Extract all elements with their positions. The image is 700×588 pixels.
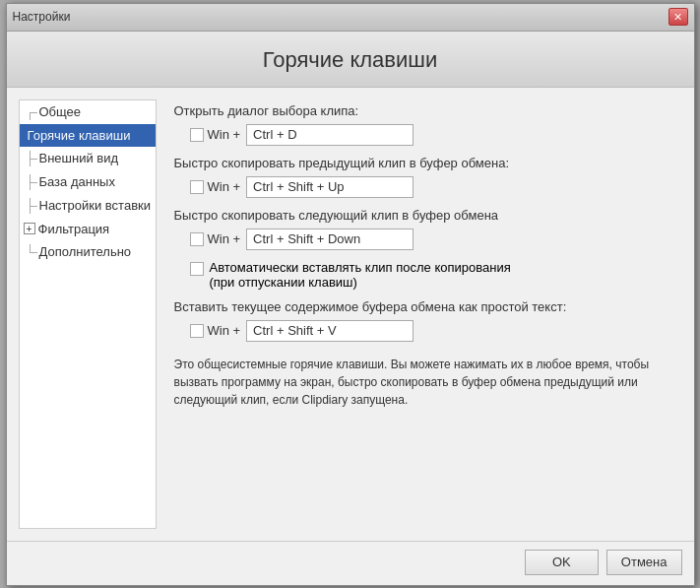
section2-win-group: Win + xyxy=(190,179,241,194)
section3-hotkey-row: Win + xyxy=(190,229,674,250)
sidebar: Общее Горячие клавиши Внешний вид База д… xyxy=(19,99,157,529)
section1-hotkey-row: Win + xyxy=(190,124,674,146)
sidebar-item-hotkeys[interactable]: Горячие клавиши xyxy=(20,124,156,147)
section2-hotkey-row: Win + xyxy=(190,176,674,198)
section3-win-label: Win + xyxy=(208,231,241,246)
section5-win-checkbox[interactable] xyxy=(190,324,204,338)
sidebar-item-filter[interactable]: + Фильтрация xyxy=(20,218,156,240)
auto-paste-row: Автоматически вставлять клип после копир… xyxy=(190,260,674,290)
auto-paste-checkbox[interactable] xyxy=(190,262,204,276)
section5-hotkey-input[interactable] xyxy=(246,320,414,342)
section5-win-label: Win + xyxy=(208,323,241,338)
sidebar-label-appearance: Внешний вид xyxy=(39,151,119,165)
section3-label: Быстро скопировать следующий клип в буфе… xyxy=(174,208,674,223)
sidebar-item-obschee[interactable]: Общее xyxy=(20,100,156,124)
close-button[interactable]: ✕ xyxy=(668,8,688,26)
section1-win-group: Win + xyxy=(190,127,241,142)
sidebar-item-database[interactable]: База данных xyxy=(20,170,156,194)
window-title: Настройки xyxy=(13,10,71,24)
section2-win-label: Win + xyxy=(208,179,241,194)
section1-win-checkbox[interactable] xyxy=(190,128,204,142)
sidebar-label-paste-settings: Настройки вставки xyxy=(39,198,152,213)
sidebar-label-obschee: Общее xyxy=(39,104,82,119)
section3-win-checkbox[interactable] xyxy=(190,232,204,246)
cancel-button[interactable]: Отмена xyxy=(606,550,682,575)
auto-paste-text: Автоматически вставлять клип после копир… xyxy=(210,260,511,290)
sidebar-item-paste-settings[interactable]: Настройки вставки xyxy=(20,194,156,218)
sidebar-label-filter: Фильтрация xyxy=(38,222,110,236)
section3-hotkey-input[interactable] xyxy=(246,229,414,250)
settings-window: Настройки ✕ Горячие клавиши Общее Горячи… xyxy=(6,3,695,586)
auto-paste-line2: (при отпускании клавиш) xyxy=(210,275,511,290)
page-title: Горячие клавиши xyxy=(263,47,438,72)
sidebar-label-database: База данных xyxy=(39,174,115,189)
section2-label: Быстро скопировать предыдущий клип в буф… xyxy=(174,156,674,170)
section3-win-group: Win + xyxy=(190,231,241,246)
sidebar-item-appearance[interactable]: Внешний вид xyxy=(20,147,156,170)
info-text: Это общесистемные горячие клавиши. Вы мо… xyxy=(174,356,674,409)
sidebar-label-hotkeys: Горячие клавиши xyxy=(28,128,131,143)
section1-win-label: Win + xyxy=(208,127,241,142)
header-section: Горячие клавиши xyxy=(7,32,694,88)
sidebar-item-advanced[interactable]: Дополнительно xyxy=(20,240,156,264)
title-bar: Настройки ✕ xyxy=(7,4,694,32)
section5-win-group: Win + xyxy=(190,323,241,338)
section5-label: Вставить текущее содержимое буфера обмен… xyxy=(174,299,674,314)
main-panel: Открыть диалог выбора клипа: Win + Быстр… xyxy=(166,99,682,529)
content-area: Общее Горячие клавиши Внешний вид База д… xyxy=(7,88,694,541)
section1-hotkey-input[interactable] xyxy=(246,124,414,146)
expand-icon: + xyxy=(24,223,35,234)
footer: OK Отмена xyxy=(7,541,694,585)
ok-button[interactable]: OK xyxy=(525,550,599,575)
auto-paste-line1: Автоматически вставлять клип после копир… xyxy=(210,260,511,275)
section2-hotkey-input[interactable] xyxy=(246,176,414,198)
section5-hotkey-row: Win + xyxy=(190,320,674,342)
sidebar-label-advanced: Дополнительно xyxy=(39,244,132,259)
section2-win-checkbox[interactable] xyxy=(190,180,204,194)
section1-label: Открыть диалог выбора клипа: xyxy=(174,103,674,118)
